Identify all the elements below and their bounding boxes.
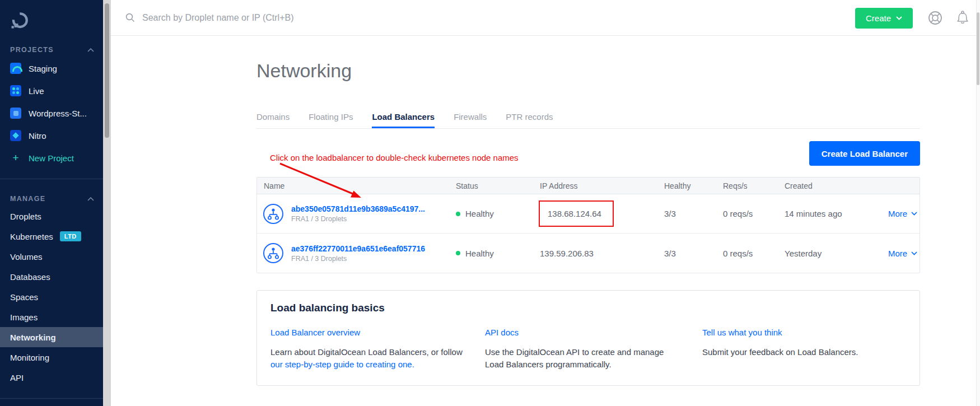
digitalocean-control-panel: PROJECTS Staging Live Wordpress-St... Ni… bbox=[0, 0, 980, 406]
sidebar-item-networking[interactable]: Networking bbox=[0, 327, 103, 347]
column-header-created: Created bbox=[785, 181, 888, 190]
healthy-count: 3/3 bbox=[664, 249, 723, 258]
more-label: More bbox=[888, 249, 907, 258]
sidebar-item-spaces[interactable]: Spaces bbox=[0, 287, 103, 307]
sidebar-item-label: Images bbox=[10, 312, 38, 322]
table-row[interactable]: abe350e05781d11e9b3689a5c4197... FRA1 / … bbox=[257, 194, 920, 234]
sidebar-item-live[interactable]: Live bbox=[0, 80, 103, 102]
more-menu-button[interactable]: More bbox=[888, 249, 925, 258]
basics-text: Use the DigitalOcean API to create and m… bbox=[485, 346, 702, 371]
projects-section-header[interactable]: PROJECTS bbox=[10, 46, 94, 54]
basics-text: Submit your feedback on Load Balancers. bbox=[702, 346, 906, 358]
manage-header-label: MANAGE bbox=[10, 195, 45, 203]
load-balancing-basics-card: Load balancing basics Load Balancer over… bbox=[256, 290, 920, 386]
healthy-status-dot bbox=[456, 251, 460, 255]
sidebar-item-kubernetes[interactable]: Kubernetes LTD bbox=[0, 226, 103, 246]
table-header: Name Status IP Address Healthy Reqs/s Cr… bbox=[257, 178, 920, 194]
main-content: Networking Domains Floating IPs Load Bal… bbox=[256, 36, 920, 386]
chevron-down-icon bbox=[896, 16, 902, 20]
search-bar bbox=[111, 13, 980, 23]
api-docs-link[interactable]: API docs bbox=[485, 328, 519, 337]
new-project-button[interactable]: + New Project bbox=[0, 147, 103, 169]
status-label: Healthy bbox=[465, 249, 494, 258]
sidebar-item-label: Live bbox=[29, 86, 44, 96]
page-scrollbar[interactable] bbox=[976, 0, 980, 406]
tab-bar: Domains Floating IPs Load Balancers Fire… bbox=[256, 112, 920, 129]
load-balancer-overview-link[interactable]: Load Balancer overview bbox=[270, 328, 360, 337]
sidebar-item-volumes[interactable]: Volumes bbox=[0, 246, 103, 267]
chevron-up-icon bbox=[87, 197, 94, 201]
sidebar-item-label: Monitoring bbox=[10, 353, 49, 362]
chevron-down-icon bbox=[911, 212, 917, 216]
more-menu-button[interactable]: More bbox=[888, 209, 925, 218]
topbar-actions: Create bbox=[855, 0, 970, 36]
sidebar-scrollbar[interactable] bbox=[103, 0, 111, 406]
status-label: Healthy bbox=[465, 209, 494, 218]
scrollbar-thumb[interactable] bbox=[105, 3, 109, 138]
column-header-name: Name bbox=[257, 181, 456, 190]
digitalocean-logo-icon[interactable] bbox=[10, 11, 29, 30]
sidebar-item-databases[interactable]: Databases bbox=[0, 267, 103, 287]
sidebar-item-label: Wordpress-St... bbox=[29, 109, 87, 118]
sidebar-item-droplets[interactable]: Droplets bbox=[0, 206, 103, 226]
step-by-step-guide-link[interactable]: our step-by-step guide to creating one. bbox=[270, 360, 414, 369]
wordpress-project-icon bbox=[10, 108, 21, 119]
column-header-healthy: Healthy bbox=[664, 181, 723, 190]
load-balancer-subtitle: FRA1 / 3 Droplets bbox=[291, 215, 425, 223]
topbar: Create bbox=[111, 0, 980, 36]
basics-column-api: API docs Use the DigitalOcean API to cre… bbox=[485, 328, 702, 371]
tab-firewalls[interactable]: Firewalls bbox=[454, 112, 487, 128]
search-input[interactable] bbox=[142, 13, 489, 23]
basics-text: Learn about DigitalOcean Load Balancers,… bbox=[270, 347, 463, 357]
scrollbar-thumb[interactable] bbox=[977, 12, 979, 85]
column-header-reqs: Reqs/s bbox=[723, 181, 785, 190]
tab-domains[interactable]: Domains bbox=[256, 112, 290, 128]
search-icon bbox=[125, 13, 135, 22]
sidebar-item-label: Databases bbox=[10, 272, 50, 282]
notifications-bell-icon[interactable] bbox=[955, 10, 970, 26]
sidebar-item-label: Kubernetes bbox=[10, 232, 53, 241]
nitro-project-icon bbox=[10, 130, 21, 141]
sidebar-item-nitro[interactable]: Nitro bbox=[0, 124, 103, 147]
sidebar-item-monitoring[interactable]: Monitoring bbox=[0, 347, 103, 367]
basics-title: Load balancing basics bbox=[270, 302, 906, 314]
ip-address: 138.68.124.64 bbox=[548, 209, 601, 218]
feedback-link[interactable]: Tell us what you think bbox=[702, 328, 782, 337]
create-load-balancer-button[interactable]: Create Load Balancer bbox=[809, 141, 920, 166]
basics-column-feedback: Tell us what you think Submit your feedb… bbox=[702, 328, 906, 371]
tab-load-balancers[interactable]: Load Balancers bbox=[372, 112, 435, 128]
annotation-text: Click on the loadbalancer to double-chec… bbox=[270, 153, 519, 162]
sidebar-item-label: API bbox=[10, 373, 24, 382]
tab-ptr-records[interactable]: PTR records bbox=[506, 112, 553, 128]
page-title: Networking bbox=[256, 58, 920, 83]
table-row[interactable]: ae376ff22770011e9a651e6eaf057716 FRA1 / … bbox=[257, 234, 920, 273]
sidebar: PROJECTS Staging Live Wordpress-St... Ni… bbox=[0, 0, 103, 406]
sidebar-item-label: Networking bbox=[10, 333, 56, 342]
sidebar-item-label: Droplets bbox=[10, 212, 41, 221]
sidebar-divider bbox=[0, 179, 103, 179]
sidebar-item-api[interactable]: API bbox=[0, 367, 103, 388]
more-label: More bbox=[888, 209, 907, 218]
sidebar-item-staging[interactable]: Staging bbox=[0, 57, 103, 80]
tab-floating-ips[interactable]: Floating IPs bbox=[309, 112, 353, 128]
sidebar-item-images[interactable]: Images bbox=[0, 307, 103, 327]
create-button[interactable]: Create bbox=[855, 8, 913, 29]
plus-icon: + bbox=[10, 152, 21, 164]
load-balancer-name-link[interactable]: abe350e05781d11e9b3689a5c4197... bbox=[291, 204, 425, 213]
load-balancer-name-link[interactable]: ae376ff22770011e9a651e6eaf057716 bbox=[291, 244, 425, 253]
staging-project-icon bbox=[10, 63, 21, 74]
manage-section-header[interactable]: MANAGE bbox=[10, 195, 94, 203]
basics-column-overview: Load Balancer overview Learn about Digit… bbox=[270, 328, 485, 371]
created-time: 14 minutes ago bbox=[785, 209, 888, 218]
column-header-ip: IP Address bbox=[540, 181, 664, 190]
ip-address: 139.59.206.83 bbox=[540, 249, 664, 258]
new-project-label: New Project bbox=[29, 153, 74, 163]
requests-per-second: 0 reqs/s bbox=[723, 209, 785, 218]
sidebar-item-wordpress[interactable]: Wordpress-St... bbox=[0, 102, 103, 124]
ltd-badge: LTD bbox=[60, 231, 81, 241]
healthy-status-dot bbox=[456, 212, 460, 216]
load-balancer-subtitle: FRA1 / 3 Droplets bbox=[291, 255, 425, 263]
sidebar-divider bbox=[0, 398, 103, 399]
sidebar-item-label: Nitro bbox=[29, 131, 46, 141]
help-lifering-icon[interactable] bbox=[927, 10, 943, 26]
